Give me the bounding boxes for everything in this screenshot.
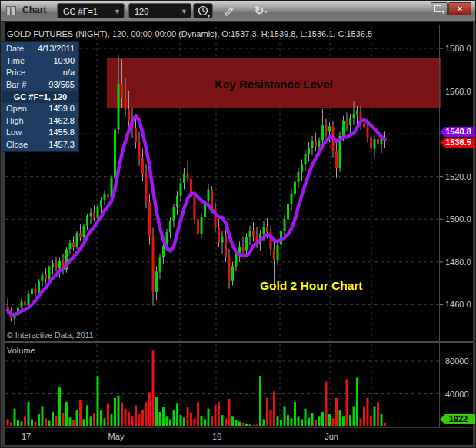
copyright-notice: © Interactive Data, 2011 — [7, 330, 94, 340]
data-window-row: Low1455.8 — [2, 127, 78, 139]
data-window-row: Date4/13/2011 — [2, 43, 78, 55]
data-window-row: Close1457.3 — [2, 139, 78, 151]
data-window-row: High1462.8 — [2, 115, 78, 128]
data-window-row: Pricen/a — [2, 67, 78, 79]
svg-text:1480.0: 1480.0 — [445, 257, 471, 267]
svg-text:1580.0: 1580.0 — [445, 44, 471, 53]
svg-text:1500.0: 1500.0 — [445, 214, 471, 224]
data-window-series-header: GC #F=1, 120 — [2, 91, 78, 103]
instrument-info-line: GOLD FUTURES (NIGHT), 120, 00:00-00:00 (… — [7, 29, 372, 38]
svg-text:Jun: Jun — [325, 432, 338, 441]
svg-text:80000: 80000 — [445, 357, 469, 366]
data-window-row: Bar #93/565 — [2, 79, 78, 91]
data-window-row: Open1459.0 — [2, 103, 78, 115]
chart-title-annotation: Gold 2 Hour Chart — [260, 279, 362, 293]
chart-window: Chart GC #F=1 ▼ 120 ▼ ▼ ↻ — [0, 0, 476, 448]
last-volume-tag: 1922 — [440, 414, 476, 424]
resistance-annotation-label: Key Resistance Level — [107, 78, 441, 91]
last-price-tag: 1536.5 — [440, 138, 476, 148]
svg-text:May: May — [108, 432, 125, 441]
svg-text:1560.0: 1560.0 — [445, 87, 471, 96]
data-window-row: Time10:00 — [2, 55, 78, 68]
svg-text:1460.0: 1460.0 — [445, 300, 471, 309]
ma-price-tag: 1540.8 — [440, 127, 476, 137]
svg-text:40000: 40000 — [445, 390, 469, 399]
data-window: Date4/13/2011 Time10:00 Pricen/a Bar #93… — [2, 42, 78, 151]
svg-text:16: 16 — [212, 432, 221, 441]
svg-text:1520.0: 1520.0 — [445, 172, 471, 181]
volume-panel-label: Volume — [7, 346, 35, 355]
svg-text:17: 17 — [22, 432, 31, 441]
